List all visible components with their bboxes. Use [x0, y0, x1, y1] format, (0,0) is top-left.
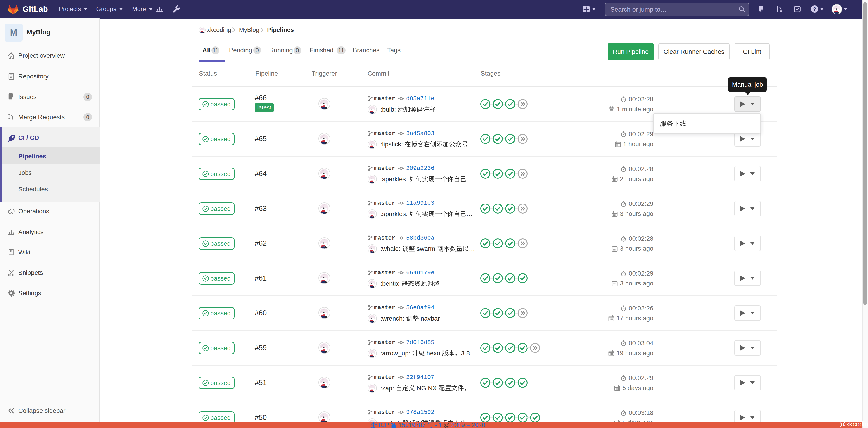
svg-text:?: ? — [813, 6, 816, 11]
